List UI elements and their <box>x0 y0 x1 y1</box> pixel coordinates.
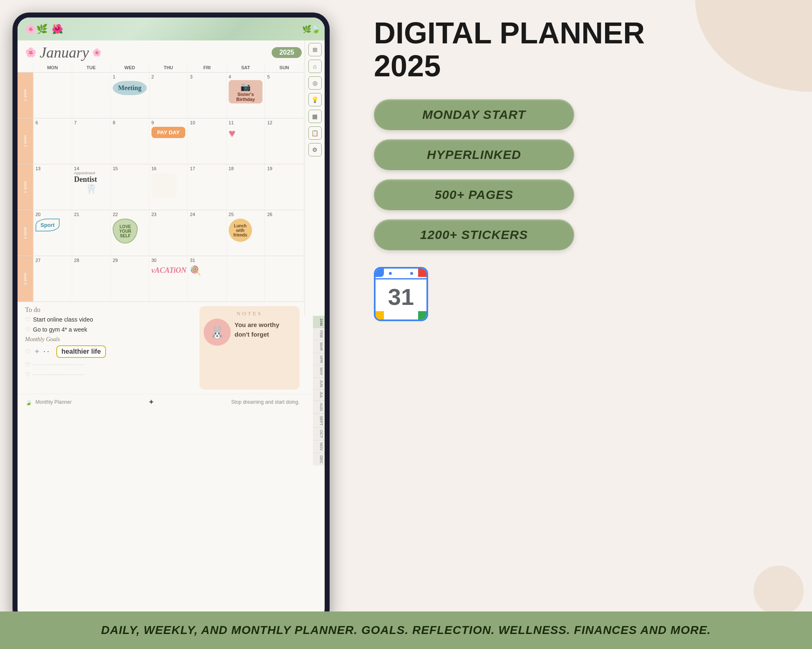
grid-icon[interactable]: ⊞ <box>308 43 322 56</box>
day-header-sun: SUN <box>265 63 304 72</box>
month-tab-mar[interactable]: MAR <box>313 340 325 353</box>
cal-cell-28: 28 <box>72 256 111 302</box>
tablet-mockup: 🌸🌿 🌺 🌿🍃 🌸 January 🌸 2025 ⊞ ⌂ ◎ 💡 ▦ 📋 ⚙ <box>13 13 330 626</box>
cal-cell-18: 18 <box>227 164 265 210</box>
cal-cell-empty-2 <box>72 73 111 118</box>
footer-slogan: Stop dreaming and start doing. <box>231 399 300 405</box>
healthier-life-box: healthier life <box>56 345 106 358</box>
month-tab-aug[interactable]: AUG <box>313 400 325 413</box>
cal-cell-7: 7 <box>72 118 111 164</box>
sticker-sport: Sport <box>35 219 60 231</box>
cal-cell-30: 30 vACATiON <box>149 256 188 302</box>
week-label-3: week 3 <box>18 164 33 210</box>
white-card-sticker <box>151 173 177 198</box>
month-tab-jun[interactable]: JUN <box>313 377 325 390</box>
gcal-corner-tr <box>418 268 427 277</box>
cal-cell-19: 19 <box>265 164 304 210</box>
gcal-corner-tl <box>375 268 384 277</box>
cal-cell-17: 17 <box>188 164 227 210</box>
month-tab-jan[interactable]: JAN <box>313 316 325 328</box>
month-tab-apr[interactable]: APR <box>313 353 325 365</box>
cal-cell-29: 29 <box>111 256 149 302</box>
gcal-outer: 31 <box>374 267 428 321</box>
cal-cell-16: 16 <box>149 164 188 210</box>
feature-badge-2: 500+ PAGES <box>374 179 574 210</box>
cal-cell-5: 5 <box>265 73 304 118</box>
day-header-thu: THU <box>149 63 188 72</box>
month-tab-jul[interactable]: JUL <box>313 389 325 400</box>
cal-cell-26: 26 <box>265 210 304 256</box>
target-icon[interactable]: ◎ <box>308 76 322 90</box>
gcal-dot-1 <box>389 272 392 275</box>
candy-icon: 🍭 <box>190 265 224 276</box>
dashed-line-2 <box>33 375 83 375</box>
star-decoration: ✦ <box>148 397 154 407</box>
settings-icon[interactable]: ⚙ <box>308 143 322 156</box>
heart-icon-5: ♡ <box>25 371 30 378</box>
sticker-payday: PAY DAY <box>151 127 186 138</box>
month-title: January <box>40 44 89 61</box>
clipboard-icon[interactable]: 📋 <box>308 126 322 140</box>
cal-cell-27: 27 <box>33 256 72 302</box>
bunny-icon: 🐰 <box>204 319 231 346</box>
notes-content: You are worthy don't forget <box>235 320 294 339</box>
week-label-1: week 1 <box>18 73 33 118</box>
month-tab-feb[interactable]: FEB <box>313 328 325 340</box>
cal-cell-10: 10 <box>188 118 227 164</box>
cal-cell-empty-sun5 <box>265 256 304 302</box>
goals-row-2: ♡ <box>25 361 194 368</box>
week-col-empty <box>18 63 33 72</box>
footer-left: 🍃 Monthly Planner <box>25 399 72 405</box>
month-tab-dec[interactable]: DEC <box>313 453 325 465</box>
days-header: MON TUE WED THU FRI SAT SUN <box>18 63 304 73</box>
bottom-banner-text: DAILY, WEEKLY, AND MONTHLY PLANNER. GOAL… <box>101 624 711 637</box>
cal-cell-20: 20 Sport <box>33 210 72 256</box>
pink-heart-sticker: ♥ <box>229 127 263 140</box>
healthier-life-row: ♡ ✦ · · healthier life <box>25 345 194 358</box>
cal-cell-13: 13 <box>33 164 72 210</box>
month-tab-may[interactable]: MAY <box>313 365 325 377</box>
feature-badge-3: 1200+ STICKERS <box>374 219 574 250</box>
heart-icon-4: ♡ <box>25 361 30 368</box>
week-label-4: week 4 <box>18 210 33 256</box>
todo-item-1: ♡ Start online class video <box>25 316 194 323</box>
month-tab-oct[interactable]: OCT <box>313 428 325 440</box>
cal-cell-empty-sat5 <box>227 256 265 302</box>
day-header-mon: MON <box>33 63 72 72</box>
calendar-area: MON TUE WED THU FRI SAT SUN week 1 1 Mee… <box>18 63 325 302</box>
month-tab-nov[interactable]: NOV <box>313 440 325 453</box>
cal-cell-23: 23 <box>149 210 188 256</box>
home-icon[interactable]: ⌂ <box>308 60 322 73</box>
heart-icon-1: ♡ <box>25 316 30 323</box>
gcal-corner-br <box>418 311 427 320</box>
dashed-line-1 <box>33 365 83 365</box>
lightbulb-icon[interactable]: 💡 <box>308 93 322 106</box>
main-title: DIGITAL PLANNER 2025 <box>374 17 645 83</box>
todo-item-2: ♡ Go to gym 4* a week <box>25 326 194 333</box>
week-label-5: week 5 <box>18 256 33 302</box>
gcal-corner-bl <box>375 311 384 320</box>
day-header-wed: WED <box>111 63 149 72</box>
day-header-fri: FRI <box>188 63 227 72</box>
cal-cell-empty-1 <box>33 73 72 118</box>
right-icons-panel: ⊞ ⌂ ◎ 💡 ▦ 📋 ⚙ <box>305 40 325 316</box>
calculator-icon[interactable]: ▦ <box>308 110 322 123</box>
month-tab-sept[interactable]: SEPT <box>313 413 325 428</box>
flower-deco-icon: 🌸 <box>25 47 36 58</box>
cal-cell-21: 21 <box>72 210 111 256</box>
sticker-birthday: 📷 Sister's Birthday <box>229 80 263 103</box>
sparkle-icon: ✦ <box>34 347 40 356</box>
heart-icon-2: ♡ <box>25 326 30 333</box>
gcal-number: 31 <box>388 283 414 310</box>
notes-section: NOTES 🐰 You are worthy don't forget <box>199 306 300 390</box>
sticker-love: LOVE YOUR SELF <box>113 219 138 244</box>
cal-cell-1: 1 Meeting <box>111 73 149 118</box>
cal-cell-12: 12 <box>265 118 304 164</box>
calendar-footer: 🍃 Monthly Planner ✦ Stop dreaming and st… <box>18 394 325 410</box>
year-badge: 2025 <box>272 47 302 58</box>
bottom-section: To do ♡ Start online class video ♡ Go to… <box>18 302 325 394</box>
cal-cell-9: 9 PAY DAY <box>149 118 188 164</box>
feature-badge-1: HYPERLINKED <box>374 139 574 170</box>
feature-badges: MONDAY START HYPERLINKED 500+ PAGES 1200… <box>374 99 574 250</box>
calendar-row-week1: week 1 1 Meeting 2 3 4 <box>18 73 304 118</box>
